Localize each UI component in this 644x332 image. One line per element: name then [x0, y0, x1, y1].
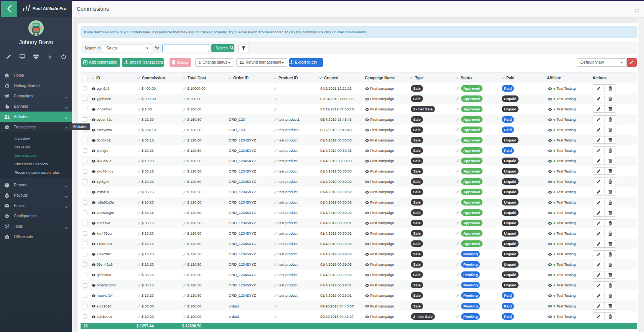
svg-text:%: % [6, 236, 8, 238]
svg-text:$: $ [6, 194, 8, 197]
